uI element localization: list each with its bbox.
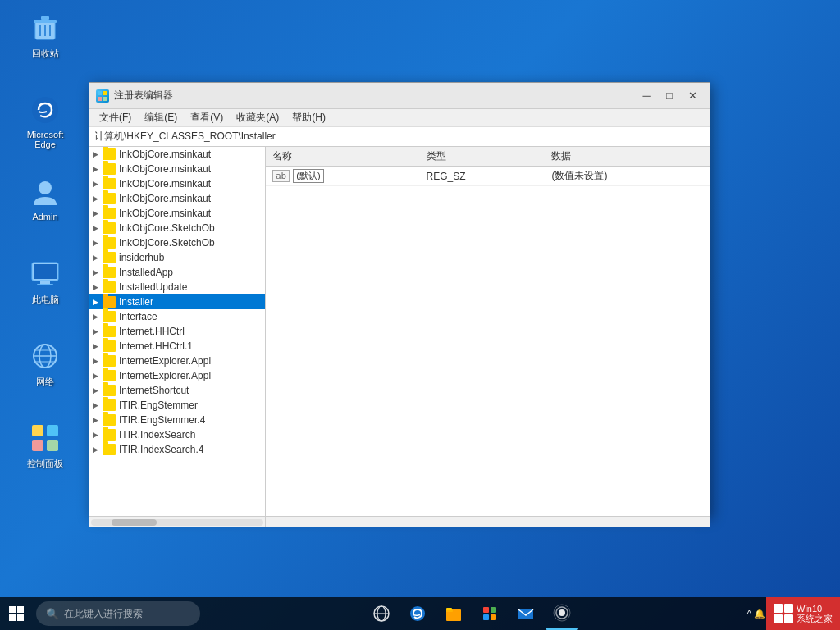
tree-item[interactable]: ▶ Interface (89, 309, 265, 324)
folder-icon (103, 267, 116, 278)
my-computer-icon[interactable]: 此电脑 (16, 254, 74, 309)
tree-item[interactable]: ▶ ITIR.EngStemmer.4 (89, 413, 265, 427)
svg-rect-21 (98, 91, 102, 95)
svg-rect-38 (483, 614, 489, 620)
svg-rect-9 (34, 264, 57, 279)
menu-file[interactable]: 文件(F) (93, 109, 138, 127)
window-title: 注册表编辑器 (114, 89, 173, 103)
tree-item[interactable]: ▶ InternetShortcut (89, 383, 265, 398)
folder-icon (103, 399, 116, 411)
row-type: REG_SZ (420, 167, 546, 186)
store-taskbar-icon[interactable] (473, 597, 506, 630)
tree-item[interactable]: ▶ InternetExplorer.Appl (89, 354, 265, 368)
tree-item[interactable]: ▶ Internet.HHCtrl (89, 324, 265, 339)
folder-icon (103, 370, 116, 381)
folder-icon (103, 222, 116, 234)
menu-bar: 文件(F) 编辑(E) 查看(V) 收藏夹(A) 帮助(H) (89, 109, 710, 127)
svg-rect-17 (32, 425, 43, 436)
h-scroll-thumb[interactable] (112, 519, 157, 526)
menu-favorites[interactable]: 收藏夹(A) (230, 109, 285, 127)
svg-rect-40 (518, 609, 533, 619)
tree-item[interactable]: ▶ InkObjCore.msinkaut (89, 206, 265, 221)
col-name: 名称 (266, 147, 420, 167)
tree-item[interactable]: ▶ InkObjCore.msinkaut (89, 176, 265, 191)
close-button[interactable]: ✕ (682, 87, 703, 105)
col-type: 类型 (420, 147, 546, 167)
minimize-button[interactable]: ─ (636, 87, 657, 105)
win10-text: Win10系统之家 (797, 604, 833, 623)
maximize-button[interactable]: □ (659, 87, 680, 105)
tree-item[interactable]: ▶ InkObjCore.msinkaut (89, 162, 265, 176)
tree-item[interactable]: ▶ InkObjCore.SketchOb (89, 221, 265, 235)
folder-icon (103, 429, 116, 441)
windows-logo-icon (774, 604, 793, 623)
tree-item[interactable]: ▶ ITIR.IndexSearch (89, 427, 265, 442)
svg-rect-18 (47, 425, 58, 436)
tree-item[interactable]: ▶ InkObjCore.msinkaut (89, 191, 265, 206)
task-view-button[interactable] (365, 597, 398, 630)
folder-icon (103, 311, 116, 322)
folder-icon (103, 178, 116, 189)
tree-item[interactable]: ▶ insiderhub (89, 250, 265, 265)
network-icon[interactable]: 网络 (16, 336, 74, 391)
tree-item[interactable]: ▶ ITIR.IndexSearch.4 (89, 442, 265, 457)
regedit-app-icon (96, 89, 109, 103)
svg-rect-2 (41, 16, 49, 20)
regedit-window: 注册表编辑器 ─ □ ✕ 文件(F) 编辑(E) 查看(V) 收藏夹(A) 帮助… (89, 82, 710, 517)
tree-item[interactable]: ▶ ITIR.EngStemmer (89, 398, 265, 413)
folder-icon (103, 414, 116, 426)
tree-pane[interactable]: ▶ InkObjCore.msinkaut ▶ InkObjCore.msink… (89, 147, 266, 516)
explorer-taskbar-icon[interactable] (437, 597, 470, 630)
svg-rect-24 (103, 97, 107, 101)
folder-icon (103, 326, 116, 337)
mail-taskbar-icon[interactable] (509, 597, 542, 630)
svg-rect-19 (32, 440, 43, 451)
h-scroll-track-area[interactable] (89, 517, 266, 527)
win10-logo: Win10系统之家 (766, 597, 840, 630)
folder-icon (103, 355, 116, 367)
tree-item[interactable]: ▶ InternetExplorer.Appl (89, 368, 265, 383)
menu-edit[interactable]: 编辑(E) (138, 109, 184, 127)
svg-rect-23 (98, 97, 102, 101)
folder-icon (103, 385, 116, 396)
edge-icon[interactable]: MicrosoftEdge (16, 90, 74, 153)
admin-icon[interactable]: Admin (16, 172, 74, 225)
menu-help[interactable]: 帮助(H) (285, 109, 332, 127)
svg-rect-26 (17, 606, 24, 613)
data-pane[interactable]: 名称 类型 数据 ab (默认) REG_SZ (266, 147, 710, 516)
svg-rect-10 (40, 281, 50, 284)
table-row[interactable]: ab (默认) REG_SZ (数值未设置) (266, 167, 710, 186)
tree-item[interactable]: ▶ InkObjCore.msinkaut (89, 147, 265, 162)
title-bar: 注册表编辑器 ─ □ ✕ (89, 83, 710, 109)
svg-rect-1 (34, 20, 57, 23)
control-panel-icon[interactable]: 控制面板 (16, 418, 74, 473)
col-data: 数据 (545, 147, 710, 167)
tree-item[interactable]: ▶ InstalledApp (89, 265, 265, 280)
svg-point-6 (32, 97, 58, 123)
folder-icon (103, 237, 116, 249)
recycle-bin-icon[interactable]: 回收站 (16, 8, 74, 63)
svg-rect-39 (491, 614, 496, 620)
taskbar-icons (203, 597, 741, 630)
registry-table: 名称 类型 数据 ab (默认) REG_SZ (266, 147, 710, 186)
svg-point-7 (39, 181, 52, 194)
svg-rect-28 (17, 614, 24, 621)
edge-taskbar-icon[interactable] (401, 597, 434, 630)
tree-item[interactable]: ▶ InkObjCore.SketchOb (89, 235, 265, 250)
folder-icon (103, 340, 116, 352)
menu-view[interactable]: 查看(V) (184, 109, 230, 127)
tree-item-installer[interactable]: ▶ Installer (89, 294, 265, 309)
folder-icon (103, 208, 116, 219)
scrollbar-area (89, 516, 710, 527)
svg-rect-20 (47, 440, 58, 451)
folder-icon (103, 148, 116, 160)
tree-item[interactable]: ▶ Internet.HHCtrl.1 (89, 339, 265, 354)
row-name: ab (默认) (266, 167, 420, 186)
svg-point-41 (559, 609, 565, 616)
taskbar-search[interactable]: 🔍 在此键入进行搜索 (36, 601, 200, 626)
svg-rect-27 (9, 614, 16, 621)
network-taskbar-icon[interactable] (546, 597, 578, 630)
folder-icon (103, 163, 116, 175)
start-button[interactable] (0, 597, 33, 630)
tree-item[interactable]: ▶ InstalledUpdate (89, 280, 265, 294)
